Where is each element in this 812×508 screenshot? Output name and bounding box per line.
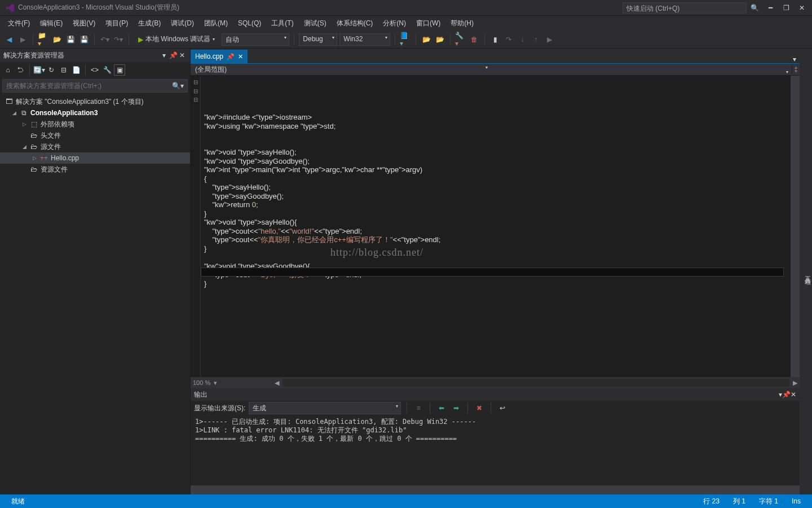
expand-icon[interactable]: ▷	[23, 121, 29, 127]
file-node-hello[interactable]: ▷ ++ Hello.cpp	[0, 152, 190, 164]
out-next-icon[interactable]: ➡	[451, 402, 462, 414]
platform-combo[interactable]: Win32	[339, 33, 390, 46]
out-prev-icon[interactable]: ⬅	[436, 402, 447, 414]
member-combo[interactable]	[491, 68, 792, 71]
save-button[interactable]: 💾	[65, 34, 76, 45]
scope-combo[interactable]: (全局范围)	[191, 64, 491, 76]
editor-v-scrollbar[interactable]	[791, 76, 800, 377]
headers-node[interactable]: 🗁 头文件	[0, 130, 190, 141]
out-pin-icon[interactable]: 📌	[782, 391, 791, 398]
sol-refresh-icon[interactable]: ↻	[46, 64, 57, 76]
tool-b-icon[interactable]: 📂	[421, 34, 432, 45]
new-project-button[interactable]: 📁▾	[38, 34, 49, 45]
vs-logo-icon	[6, 3, 15, 12]
undo-button[interactable]: ↶▾	[99, 34, 111, 45]
zoom-value[interactable]: 100 %	[193, 379, 210, 386]
sol-home-icon[interactable]: ⌂	[2, 64, 14, 76]
panel-pin-icon[interactable]: 📌	[169, 51, 178, 59]
menu-团队(M)[interactable]: 团队(M)	[200, 17, 232, 30]
h-scroll-left-icon[interactable]: ◀	[275, 379, 279, 387]
output-h-scrollbar[interactable]	[191, 485, 800, 494]
menu-调试(D)[interactable]: 调试(D)	[166, 17, 198, 30]
menu-分析(N)[interactable]: 分析(N)	[378, 17, 411, 30]
menu-视图(V)[interactable]: 视图(V)	[68, 17, 100, 30]
open-file-button[interactable]: 📂	[51, 34, 63, 45]
menu-生成(B)[interactable]: 生成(B)	[134, 17, 165, 30]
split-icon[interactable]: ‡	[792, 65, 800, 73]
tab-hello[interactable]: Hello.cpp 📌 ✕	[191, 50, 248, 63]
close-button[interactable]: ✕	[794, 4, 810, 12]
menu-测试(S)[interactable]: 测试(S)	[299, 17, 331, 30]
refs-icon: ⬚	[29, 120, 38, 128]
project-node[interactable]: ◢ ⧉ ConsoleApplication3	[0, 107, 190, 119]
output-source-combo[interactable]: 生成	[249, 402, 401, 414]
out-clear-icon[interactable]: ✖	[474, 402, 485, 414]
resources-node[interactable]: 🗁 资源文件	[0, 164, 190, 175]
out-close-icon[interactable]: ✕	[791, 391, 796, 398]
window-title: ConsoleApplication3 - Microsoft Visual S…	[18, 3, 179, 12]
maximize-button[interactable]: ❐	[778, 4, 794, 12]
sol-showall-icon[interactable]: 📄	[70, 64, 82, 76]
external-deps-node[interactable]: ▷ ⬚ 外部依赖项	[0, 119, 190, 130]
step-over-icon[interactable]: ↷	[503, 34, 514, 45]
tool-c-icon[interactable]: 📂	[434, 34, 445, 45]
expand-icon[interactable]: ▷	[33, 155, 39, 161]
menu-文件(F)[interactable]: 文件(F)	[3, 17, 34, 30]
panel-close-icon[interactable]: ✕	[178, 51, 187, 59]
back-button[interactable]: ◀	[3, 34, 15, 45]
sol-back-icon[interactable]: ⮌	[15, 64, 26, 76]
tabstrip-dropdown-icon[interactable]: ▾	[789, 55, 800, 63]
step-out-icon[interactable]: ↑	[530, 34, 541, 45]
search-icon[interactable]: 🔍	[747, 4, 762, 12]
start-debug-button[interactable]: ▶ 本地 Windows 调试器 ▾	[134, 33, 219, 45]
menu-编辑(E)[interactable]: 编辑(E)	[36, 17, 67, 30]
run-to-icon[interactable]: ▶	[544, 34, 555, 45]
expand-icon[interactable]: ◢	[12, 110, 19, 116]
zoom-dropdown-icon[interactable]: ▾	[214, 379, 217, 387]
panel-dropdown-icon[interactable]: ▾	[160, 51, 169, 59]
editor-area: Hello.cpp 📌 ✕ ▾ (全局范围) ‡ ⊟⊟⊟ http://blog…	[191, 49, 800, 494]
save-all-button[interactable]: 💾	[78, 34, 90, 45]
pin-icon[interactable]: 📌	[227, 53, 235, 60]
solution-search[interactable]: 🔍▾	[2, 79, 188, 93]
sol-code-icon[interactable]: <>	[89, 64, 100, 76]
close-tab-icon[interactable]: ✕	[238, 53, 243, 60]
solution-root-node[interactable]: 🗔 解决方案 "ConsoleApplication3" (1 个项目)	[0, 96, 190, 107]
out-goto-icon[interactable]: ≡	[413, 402, 424, 414]
tool-d-icon[interactable]: 🔧▾	[455, 34, 466, 45]
menu-SQL(Q)[interactable]: SQL(Q)	[233, 17, 266, 29]
editor-h-scrollbar[interactable]	[283, 379, 789, 387]
sources-node[interactable]: ◢ 🗁 源文件	[0, 141, 190, 152]
tool-a-icon[interactable]: 📘▾	[400, 34, 411, 45]
tool-f-icon[interactable]: ▮	[489, 34, 501, 45]
sol-sync-icon[interactable]: 🔄▾	[33, 64, 45, 76]
h-scroll-right-icon[interactable]: ▶	[793, 379, 797, 387]
sol-prop-icon[interactable]: 🔧	[102, 64, 113, 76]
solution-explorer-panel: 解决方案资源管理器 ▾ 📌 ✕ ⌂ ⮌ 🔄▾ ↻ ⊟ 📄 <> 🔧 ▣ 🔍▾ 🗔	[0, 49, 191, 494]
menu-体系结构(C)[interactable]: 体系结构(C)	[332, 17, 378, 30]
toolbox-collapsed[interactable]: 工具箱	[800, 49, 812, 494]
solution-search-input[interactable]	[6, 82, 172, 90]
debug-target-combo[interactable]: 自动	[222, 33, 289, 46]
code-text[interactable]: http://blog.csdn.net/ "kw">#include <"ty…	[201, 76, 791, 377]
sol-collapse-icon[interactable]: ⊟	[58, 64, 69, 76]
menu-项目(P)[interactable]: 项目(P)	[101, 17, 133, 30]
out-wrap-icon[interactable]: ↩	[497, 402, 508, 414]
output-text[interactable]: 1>------ 已启动生成: 项目: ConsoleApplication3,…	[191, 415, 800, 485]
fold-icon[interactable]: ⊟	[191, 95, 200, 104]
step-into-icon[interactable]: ↓	[517, 34, 528, 45]
tool-e-icon[interactable]: 🗑	[469, 34, 480, 45]
menu-帮助(H)[interactable]: 帮助(H)	[446, 17, 478, 30]
sol-preview-icon[interactable]: ▣	[114, 64, 125, 76]
redo-button[interactable]: ↷▾	[113, 34, 124, 45]
forward-button[interactable]: ▶	[17, 34, 28, 45]
config-combo[interactable]: Debug	[299, 33, 337, 46]
expand-icon[interactable]: ◢	[23, 144, 29, 150]
code-area[interactable]: ⊟⊟⊟ http://blog.csdn.net/ "kw">#include …	[191, 76, 800, 377]
menu-工具(T)[interactable]: 工具(T)	[267, 17, 298, 30]
quick-launch-input[interactable]: 快速启动 (Ctrl+Q)	[623, 2, 747, 14]
fold-icon[interactable]: ⊟	[191, 87, 200, 96]
fold-icon[interactable]: ⊟	[191, 78, 200, 87]
menu-窗口(W)[interactable]: 窗口(W)	[412, 17, 445, 30]
minimize-button[interactable]: ━	[762, 4, 778, 12]
